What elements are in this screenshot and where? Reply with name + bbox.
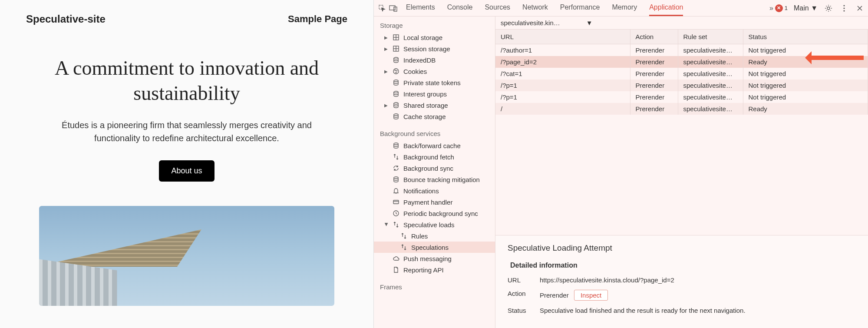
cell-url: /?page_id=2	[495, 56, 630, 68]
detail-label-action: Action	[508, 290, 532, 301]
column-header-status[interactable]: Status	[743, 30, 868, 44]
sidebar-item-speculations[interactable]: Speculations	[374, 242, 495, 253]
cell-action: Prerender	[630, 44, 678, 56]
tab-sources[interactable]: Sources	[485, 0, 510, 16]
cell-url: /	[495, 103, 630, 115]
db-icon	[392, 113, 400, 120]
svg-point-4	[843, 5, 845, 6]
more-tabs-icon[interactable]: »	[769, 1, 773, 16]
cell-status: Not triggered	[743, 80, 868, 91]
speculations-table: URLActionRule setStatus /?author=1Preren…	[495, 30, 868, 115]
about-us-button[interactable]: About us	[159, 160, 214, 182]
kebab-menu-icon[interactable]	[839, 3, 849, 13]
inspect-button[interactable]: Inspect	[574, 290, 608, 301]
tab-network[interactable]: Network	[522, 0, 548, 16]
cell-ruleset: speculativesite…	[678, 68, 743, 80]
sidebar-item-interest-groups[interactable]: Interest groups	[374, 88, 495, 99]
sidebar-item-push-messaging[interactable]: Push messaging	[374, 253, 495, 264]
clock-icon	[392, 209, 400, 217]
nav-link-sample-page[interactable]: Sample Page	[288, 13, 347, 25]
sidebar-item-background-fetch[interactable]: Background fetch	[374, 151, 495, 162]
site-header: Speculative-site Sample Page	[26, 13, 347, 25]
details-pane: Speculative Loading Attempt Detailed inf…	[495, 235, 868, 328]
sidebar-item-indexeddb[interactable]: IndexedDB	[374, 54, 495, 66]
svg-point-13	[394, 57, 398, 59]
file-icon	[392, 266, 400, 274]
tab-elements[interactable]: Elements	[406, 0, 435, 16]
tab-console[interactable]: Console	[447, 0, 473, 16]
table-row[interactable]: /Prerenderspeculativesite…Ready	[495, 103, 868, 115]
sidebar-item-label: Rules	[411, 232, 428, 240]
error-count: 1	[785, 5, 788, 11]
settings-icon[interactable]	[824, 3, 833, 13]
svg-point-22	[394, 143, 398, 145]
table-row[interactable]: /?p=1Prerenderspeculativesite…Not trigge…	[495, 80, 868, 91]
sidebar-item-background-sync[interactable]: Background sync	[374, 162, 495, 174]
sidebar-item-label: Shared storage	[403, 102, 448, 109]
svg-point-23	[394, 177, 398, 179]
table-row[interactable]: /?cat=1Prerenderspeculativesite…Not trig…	[495, 68, 868, 80]
cell-action: Prerender	[630, 80, 678, 91]
sidebar-item-label: Reporting API	[403, 266, 444, 274]
annotation-arrow	[807, 56, 864, 60]
table-row[interactable]: /?author=1Prerenderspeculativesite…Not t…	[495, 44, 868, 56]
cell-action: Prerender	[630, 91, 678, 103]
tab-application[interactable]: Application	[649, 0, 683, 16]
cell-ruleset: speculativesite…	[678, 103, 743, 115]
sidebar-item-shared-storage[interactable]: ▶Shared storage	[374, 99, 495, 111]
cell-url: /?cat=1	[495, 68, 630, 80]
sidebar-item-label: Speculative loads	[403, 221, 455, 229]
tab-performance[interactable]: Performance	[560, 0, 600, 16]
db-icon	[392, 56, 400, 64]
ruleset-filter-row: speculativesite.kin… ▼	[495, 17, 868, 30]
db-icon	[392, 101, 400, 109]
table-row[interactable]: /?p=1Prerenderspeculativesite…Not trigge…	[495, 91, 868, 103]
devtools-pane: ElementsConsoleSourcesNetworkPerformance…	[373, 0, 868, 328]
arrows-icon	[392, 153, 400, 161]
application-sidebar[interactable]: Storage ▶Local storage▶Session storageIn…	[374, 17, 495, 328]
svg-point-21	[394, 114, 398, 116]
expander-icon: ▶	[384, 222, 389, 227]
sidebar-item-session-storage[interactable]: ▶Session storage	[374, 43, 495, 54]
sidebar-item-label: Cookies	[403, 68, 427, 75]
site-title[interactable]: Speculative-site	[26, 13, 106, 25]
close-icon[interactable]	[855, 3, 865, 13]
db-icon	[392, 176, 400, 183]
cell-status: Ready	[743, 103, 868, 115]
cell-ruleset: speculativesite…	[678, 44, 743, 56]
sidebar-item-reporting-api[interactable]: Reporting API	[374, 264, 495, 275]
cell-status: Not triggered	[743, 91, 868, 103]
inspect-element-icon[interactable]	[377, 3, 387, 13]
db-icon	[392, 90, 400, 98]
sidebar-item-label: Background sync	[403, 165, 453, 172]
devtools-tabbar: ElementsConsoleSourcesNetworkPerformance…	[374, 0, 868, 17]
cookie-icon	[392, 67, 400, 75]
arrows-icon	[400, 232, 408, 240]
column-header-action[interactable]: Action	[630, 30, 678, 44]
column-header-rule-set[interactable]: Rule set	[678, 30, 743, 44]
sidebar-item-cookies[interactable]: ▶Cookies	[374, 66, 495, 77]
ruleset-filter-select[interactable]: speculativesite.kin… ▼	[501, 19, 593, 27]
sidebar-item-back-forward-cache[interactable]: Back/forward cache	[374, 140, 495, 151]
sidebar-item-speculative-loads[interactable]: ▶Speculative loads	[374, 219, 495, 230]
tab-memory[interactable]: Memory	[612, 0, 637, 16]
sidebar-item-bounce-tracking-mitigation[interactable]: Bounce tracking mitigation	[374, 174, 495, 185]
sidebar-item-rules[interactable]: Rules	[374, 230, 495, 242]
sidebar-item-label: Push messaging	[403, 255, 452, 262]
hero-heading: A commitment to innovation and sustainab…	[39, 56, 334, 106]
sidebar-item-periodic-background-sync[interactable]: Periodic background sync	[374, 208, 495, 219]
sidebar-item-label: Private state tokens	[403, 79, 461, 86]
error-badge[interactable]: ✕ 1	[775, 4, 788, 12]
column-header-url[interactable]: URL	[495, 30, 630, 44]
sidebar-item-private-state-tokens[interactable]: Private state tokens	[374, 77, 495, 88]
svg-point-19	[394, 91, 398, 93]
frame-select[interactable]: Main ▼	[794, 4, 818, 12]
website-pane: Speculative-site Sample Page A commitmen…	[0, 0, 373, 328]
sidebar-item-cache-storage[interactable]: Cache storage	[374, 111, 495, 122]
cell-url: /?p=1	[495, 80, 630, 91]
db-icon	[392, 79, 400, 86]
sidebar-item-local-storage[interactable]: ▶Local storage	[374, 32, 495, 43]
sidebar-item-payment-handler[interactable]: Payment handler	[374, 196, 495, 208]
device-toolbar-icon[interactable]	[389, 3, 398, 13]
sidebar-item-notifications[interactable]: Notifications	[374, 185, 495, 196]
